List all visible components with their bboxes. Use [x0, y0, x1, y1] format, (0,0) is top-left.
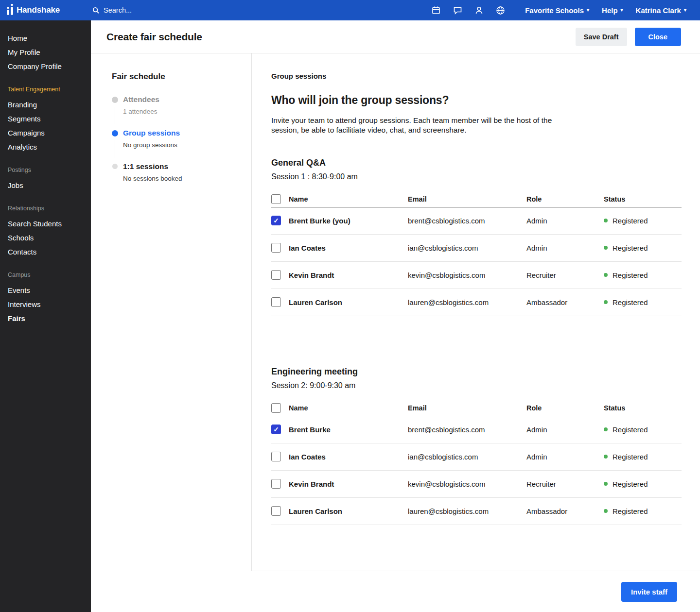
- favorite-schools-label: Favorite Schools: [525, 6, 584, 15]
- step-sub: No sessions booked: [123, 175, 251, 182]
- attendee-table: Name Email Role Status Brent Burke brent…: [271, 401, 682, 525]
- section-label-postings: Postings: [0, 167, 91, 173]
- invite-staff-button[interactable]: Invite staff: [621, 582, 677, 602]
- sidebar-item-home[interactable]: Home: [0, 31, 91, 45]
- attendee-email: brent@csblogistics.com: [408, 425, 526, 434]
- step-sub: 1 attendees: [123, 108, 251, 115]
- table-row: Brent Burke (you) brent@csblogistics.com…: [271, 207, 682, 235]
- column-header-role: Role: [526, 195, 604, 203]
- row-checkbox[interactable]: [271, 425, 281, 434]
- attendee-name: Lauren Carlson: [289, 298, 408, 306]
- step-sub: No group sessions: [123, 141, 251, 149]
- status-dot-icon: [604, 482, 608, 486]
- calendar-icon[interactable]: [431, 5, 441, 16]
- step-dot-icon: [112, 130, 118, 136]
- sidebar-item-search-students[interactable]: Search Students: [0, 217, 91, 231]
- column-header-status: Status: [604, 195, 682, 203]
- chevron-down-icon: ▾: [587, 8, 589, 13]
- main-footer: Invite staff: [91, 571, 700, 612]
- sidebar-item-jobs[interactable]: Jobs: [0, 178, 91, 192]
- attendee-name: Ian Coates: [289, 244, 408, 252]
- sidebar-item-segments[interactable]: Segments: [0, 112, 91, 126]
- topbar: Handshake Favorite Schools ▾ Help ▾: [0, 0, 700, 20]
- attendee-name: Kevin Brandt: [289, 480, 408, 488]
- row-checkbox[interactable]: [271, 506, 281, 516]
- close-button[interactable]: Close: [635, 28, 682, 46]
- search-input[interactable]: [104, 6, 308, 14]
- attendee-name: Brent Burke (you): [289, 217, 408, 225]
- table-row: Kevin Brandt kevin@csblogistics.com Recr…: [271, 262, 682, 289]
- status-dot-icon: [604, 509, 608, 513]
- column-header-role: Role: [526, 404, 604, 412]
- attendee-email: kevin@csblogistics.com: [408, 480, 526, 488]
- row-checkbox[interactable]: [271, 243, 281, 253]
- select-all-checkbox[interactable]: [271, 403, 281, 413]
- session-title: Engineering meeting: [271, 367, 682, 377]
- sidebar-item-company-profile[interactable]: Company Profile: [0, 59, 91, 73]
- stepper-title: Fair schedule: [112, 72, 251, 82]
- globe-icon[interactable]: [495, 5, 506, 16]
- step-label: Attendees: [123, 95, 251, 104]
- save-draft-button[interactable]: Save Draft: [576, 28, 627, 46]
- status-dot-icon: [604, 246, 608, 250]
- favorite-schools-dropdown[interactable]: Favorite Schools ▾: [525, 6, 589, 15]
- table-row: Kevin Brandt kevin@csblogistics.com Recr…: [271, 471, 682, 498]
- table-row: Ian Coates ian@csblogistics.com Admin Re…: [271, 235, 682, 262]
- step-group-sessions[interactable]: Group sessions No group sessions: [112, 129, 251, 149]
- content: Fair schedule Attendees 1 attendees Grou…: [91, 53, 700, 571]
- column-header-status: Status: [604, 404, 682, 412]
- row-checkbox[interactable]: [271, 297, 281, 307]
- topbar-right: Favorite Schools ▾ Help ▾ Katrina Clark …: [431, 0, 686, 20]
- attendee-email: kevin@csblogistics.com: [408, 271, 526, 279]
- table-header-row: Name Email Role Status: [271, 192, 682, 207]
- sidebar-item-events[interactable]: Events: [0, 283, 91, 297]
- step-dot-icon: [112, 97, 118, 103]
- sidebar-item-fairs[interactable]: Fairs: [0, 311, 91, 325]
- sidebar-item-contacts[interactable]: Contacts: [0, 245, 91, 259]
- step-1on1-sessions[interactable]: 1:1 sessions No sessions booked: [112, 162, 251, 182]
- step-connector: [115, 140, 115, 158]
- handshake-logo[interactable]: Handshake: [7, 0, 60, 20]
- attendee-name: Lauren Carlson: [289, 507, 408, 515]
- status-dot-icon: [604, 455, 608, 459]
- page-header: Create fair schedule Save Draft Close: [91, 20, 700, 53]
- sidebar-item-branding[interactable]: Branding: [0, 98, 91, 112]
- help-dropdown[interactable]: Help ▾: [602, 6, 623, 15]
- attendee-email: ian@csblogistics.com: [408, 453, 526, 461]
- chat-icon[interactable]: [452, 5, 463, 16]
- section-label-campus: Campus: [0, 272, 91, 278]
- row-checkbox[interactable]: [271, 270, 281, 280]
- sidebar-item-campaigns[interactable]: Campaigns: [0, 126, 91, 140]
- row-checkbox[interactable]: [271, 216, 281, 225]
- chevron-down-icon: ▾: [684, 8, 686, 13]
- stepper-column: Fair schedule Attendees 1 attendees Grou…: [91, 53, 251, 571]
- help-label: Help: [602, 6, 618, 15]
- attendee-role: Ambassador: [526, 507, 604, 515]
- attendee-email: lauren@csblogistics.com: [408, 298, 526, 306]
- table-header-row: Name Email Role Status: [271, 401, 682, 416]
- attendee-role: Admin: [526, 425, 604, 434]
- user-menu-dropdown[interactable]: Katrina Clark ▾: [636, 6, 686, 15]
- sidebar-item-interviews[interactable]: Interviews: [0, 297, 91, 311]
- session-title: General Q&A: [271, 158, 682, 168]
- user-name-label: Katrina Clark: [636, 6, 681, 15]
- sidebar-item-schools[interactable]: Schools: [0, 231, 91, 245]
- step-dot-icon: [112, 164, 118, 169]
- page-title: Create fair schedule: [106, 31, 202, 43]
- attendee-role: Recruiter: [526, 480, 604, 488]
- table-row: Lauren Carlson lauren@csblogistics.com A…: [271, 289, 682, 316]
- select-all-checkbox[interactable]: [271, 194, 281, 204]
- row-checkbox[interactable]: [271, 452, 281, 461]
- session-subtitle: Session 2: 9:00-9:30 am: [271, 381, 682, 390]
- sidebar-section-campus: Campus Events Interviews Fairs: [0, 272, 91, 325]
- sidebar-item-analytics[interactable]: Analytics: [0, 140, 91, 154]
- global-search[interactable]: [92, 0, 308, 20]
- step-attendees[interactable]: Attendees 1 attendees: [112, 95, 251, 115]
- detail-panel: Group sessions Who will join the group s…: [251, 53, 700, 571]
- sidebar-item-my-profile[interactable]: My Profile: [0, 45, 91, 59]
- attendee-name: Ian Coates: [289, 453, 408, 461]
- person-icon[interactable]: [473, 5, 484, 16]
- sidebar-section-main: Home My Profile Company Profile: [0, 31, 91, 73]
- attendee-role: Admin: [526, 453, 604, 461]
- row-checkbox[interactable]: [271, 479, 281, 489]
